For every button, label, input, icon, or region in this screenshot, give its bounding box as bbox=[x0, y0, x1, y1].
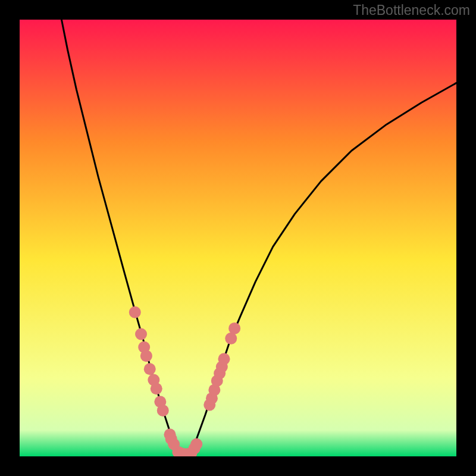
data-point bbox=[144, 363, 156, 375]
data-point bbox=[157, 405, 169, 416]
watermark-text: TheBottleneck.com bbox=[353, 2, 470, 18]
data-point bbox=[228, 322, 240, 334]
data-point bbox=[135, 328, 147, 340]
data-point bbox=[140, 350, 152, 362]
plot-background bbox=[20, 20, 456, 456]
data-point bbox=[151, 383, 162, 394]
data-point bbox=[218, 353, 230, 365]
data-point bbox=[190, 438, 202, 450]
data-point bbox=[129, 306, 141, 318]
bottleneck-chart bbox=[0, 0, 476, 476]
chart-frame: TheBottleneck.com bbox=[0, 0, 476, 476]
